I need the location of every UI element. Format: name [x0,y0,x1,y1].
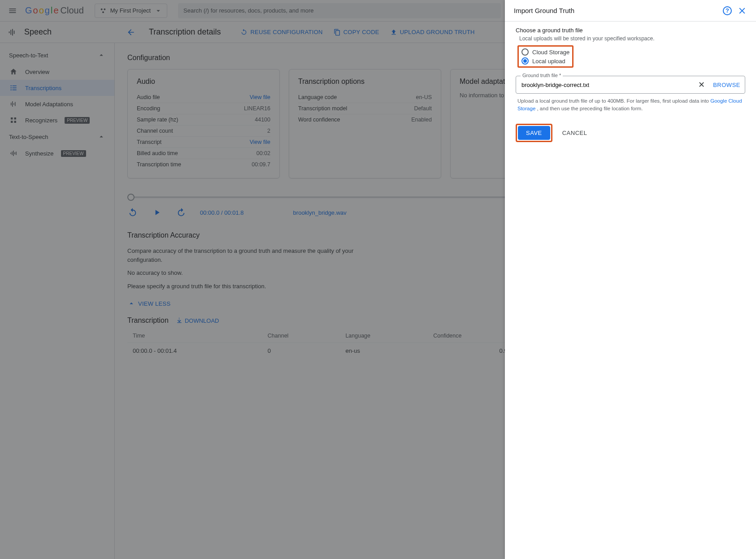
clear-icon[interactable]: ✕ [695,80,708,90]
close-icon[interactable] [737,6,747,16]
browse-button[interactable]: BROWSE [708,82,740,88]
drawer-title: Import Ground Truth [514,7,574,14]
choose-label: Choose a ground truth file [516,27,745,34]
import-drawer: Import Ground Truth ? Choose a ground tr… [505,0,756,559]
radio-local-upload[interactable]: Local upload [520,56,571,65]
ground-truth-file-field: Ground truth file * ✕ BROWSE [516,76,745,94]
radio-checked-icon [521,57,529,65]
modal-dimmer[interactable] [0,0,563,559]
ground-truth-file-input[interactable] [521,82,695,88]
helper-text: Upload a local ground truth file of up t… [517,97,743,113]
help-icon[interactable]: ? [723,6,732,15]
radio-group-highlight: Cloud Storage Local upload [517,45,574,68]
radio-cloud-storage[interactable]: Cloud Storage [520,48,571,56]
save-button-highlight: SAVE [516,124,552,142]
save-button[interactable]: SAVE [518,126,550,140]
radio-unchecked-icon [521,48,529,56]
cancel-button[interactable]: CANCEL [558,126,592,140]
